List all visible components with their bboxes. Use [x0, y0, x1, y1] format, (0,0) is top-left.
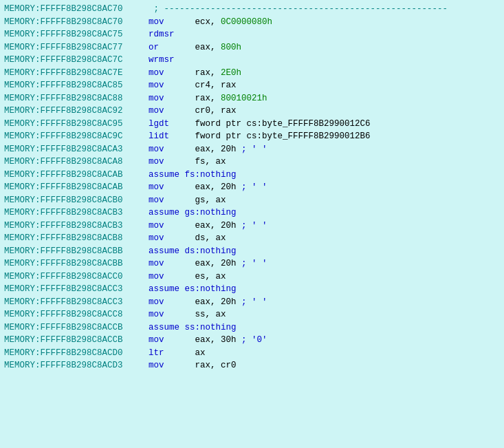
operand: fword ptr cs:byte_FFFFF8B2990012B6 [195, 130, 371, 143]
mnemonic: mov [149, 257, 195, 270]
operand: fs, ax [195, 156, 226, 169]
mnemonic: mov [149, 232, 195, 245]
code-line: MEMORY:FFFFF8B298C8ACC0mov es, ax [4, 270, 500, 284]
comment: ; ' ' [237, 257, 267, 270]
code-line: MEMORY:FFFFF8B298C8AC7Emov rax, 2E0h [4, 67, 500, 80]
address: MEMORY:FFFFF8B298C8AC77 [4, 41, 149, 54]
mnemonic: lgdt [149, 118, 195, 131]
mnemonic: mov [149, 67, 195, 80]
code-view: MEMORY:FFFFF8B298C8AC70 ; --------------… [0, 0, 504, 448]
mnemonic: or [149, 41, 195, 54]
code-line: MEMORY:FFFFF8B298C8ACB3mov eax, 20h ; ' … [4, 220, 500, 233]
address: MEMORY:FFFFF8B298C8AC95 [4, 118, 149, 131]
mnemonic: rdmsr [149, 28, 195, 41]
address: MEMORY:FFFFF8B298C8ACAB [4, 169, 149, 182]
address: MEMORY:FFFFF8B298C8AC75 [4, 28, 149, 41]
code-line: MEMORY:FFFFF8B298C8ACCBassume ss:nothing [4, 321, 500, 334]
code-line: MEMORY:FFFFF8B298C8ACA8mov fs, ax [4, 156, 500, 169]
code-line: MEMORY:FFFFF8B298C8AC9Clidt fword ptr cs… [4, 130, 500, 143]
address: MEMORY:FFFFF8B298C8ACD0 [4, 347, 149, 360]
assume-directive: assume ds:nothing [149, 245, 237, 258]
code-line: MEMORY:FFFFF8B298C8AC77or eax, 800h [4, 41, 500, 54]
operand: rax, [195, 92, 221, 105]
hex-value: 800h [221, 41, 241, 54]
code-line: MEMORY:FFFFF8B298C8ACB8mov ds, ax [4, 232, 500, 245]
code-line: MEMORY:FFFFF8B298C8ACABassume fs:nothing [4, 169, 500, 182]
mnemonic: mov [149, 334, 195, 347]
code-line: MEMORY:FFFFF8B298C8ACD3mov rax, cr0 [4, 359, 500, 372]
code-line: MEMORY:FFFFF8B298C8ACC3assume es:nothing [4, 283, 500, 296]
code-line: MEMORY:FFFFF8B298C8ACC3mov eax, 20h ; ' … [4, 296, 500, 309]
address: MEMORY:FFFFF8B298C8AC70 [4, 3, 149, 16]
address: MEMORY:FFFFF8B298C8AC9C [4, 130, 149, 143]
mnemonic: mov [149, 105, 195, 118]
code-line: MEMORY:FFFFF8B298C8ACCBmov eax, 30h ; '0… [4, 334, 500, 347]
operand: ds, ax [195, 232, 226, 245]
address: MEMORY:FFFFF8B298C8AC92 [4, 105, 149, 118]
code-line: MEMORY:FFFFF8B298C8AC7Cwrmsr [4, 54, 500, 67]
operand: eax, [195, 41, 221, 54]
comment: ; ' ' [237, 220, 267, 233]
address: MEMORY:FFFFF8B298C8ACB3 [4, 206, 149, 220]
operand: eax, 20h [195, 257, 237, 270]
operand: fword ptr cs:byte_FFFFF8B2990012C6 [195, 118, 371, 131]
address: MEMORY:FFFFF8B298C8ACD3 [4, 359, 149, 372]
address: MEMORY:FFFFF8B298C8ACA8 [4, 156, 149, 169]
address: MEMORY:FFFFF8B298C8AC7C [4, 54, 149, 67]
operand: eax, 30h [195, 334, 237, 347]
mnemonic: mov [149, 308, 195, 321]
address: MEMORY:FFFFF8B298C8ACCB [4, 321, 149, 334]
address: MEMORY:FFFFF8B298C8ACA3 [4, 143, 149, 156]
code-line: MEMORY:FFFFF8B298C8AC88mov rax, 80010021… [4, 92, 500, 105]
mnemonic: mov [149, 92, 195, 105]
assume-directive: assume ss:nothing [149, 321, 237, 334]
code-line: MEMORY:FFFFF8B298C8ACABmov eax, 20h ; ' … [4, 181, 500, 194]
mnemonic: ltr [149, 347, 195, 360]
operand: es, ax [195, 270, 226, 284]
mnemonic: mov [149, 79, 195, 92]
hex-value: 80010021h [221, 92, 267, 105]
address: MEMORY:FFFFF8B298C8AC7E [4, 67, 149, 80]
address: MEMORY:FFFFF8B298C8ACCB [4, 334, 149, 347]
address: MEMORY:FFFFF8B298C8ACB8 [4, 232, 149, 245]
operand: gs, ax [195, 194, 226, 207]
assume-directive: assume fs:nothing [149, 169, 237, 182]
operand: ss, ax [195, 308, 226, 321]
code-line: MEMORY:FFFFF8B298C8AC92mov cr0, rax [4, 105, 500, 118]
mnemonic: lidt [149, 130, 195, 143]
comment: ; ' ' [237, 181, 267, 194]
assume-directive: assume gs:nothing [149, 206, 237, 220]
address: MEMORY:FFFFF8B298C8ACB0 [4, 194, 149, 207]
address: MEMORY:FFFFF8B298C8ACBB [4, 245, 149, 258]
code-line: MEMORY:FFFFF8B298C8ACBBmov eax, 20h ; ' … [4, 257, 500, 270]
address: MEMORY:FFFFF8B298C8AC70 [4, 16, 149, 29]
mnemonic: mov [149, 16, 195, 29]
address: MEMORY:FFFFF8B298C8AC85 [4, 79, 149, 92]
comment: ; '0' [237, 334, 267, 347]
code-line: MEMORY:FFFFF8B298C8ACB0mov gs, ax [4, 194, 500, 207]
mnemonic: mov [149, 359, 195, 372]
operand: eax, 20h [195, 296, 237, 309]
mnemonic: mov [149, 194, 195, 207]
address: MEMORY:FFFFF8B298C8ACC3 [4, 283, 149, 296]
mnemonic: mov [149, 270, 195, 284]
mnemonic: mov [149, 156, 195, 169]
code-line: MEMORY:FFFFF8B298C8AC85mov cr4, rax [4, 79, 500, 92]
code-line: MEMORY:FFFFF8B298C8ACB3assume gs:nothing [4, 206, 500, 220]
code-line: MEMORY:FFFFF8B298C8ACA3mov eax, 20h ; ' … [4, 143, 500, 156]
comment: ; ' ' [237, 143, 267, 156]
operand: ax [195, 347, 206, 360]
code-line: MEMORY:FFFFF8B298C8AC95lgdt fword ptr cs… [4, 118, 500, 131]
hex-value: 2E0h [221, 67, 241, 80]
code-line: MEMORY:FFFFF8B298C8ACBBassume ds:nothing [4, 245, 500, 258]
code-line: MEMORY:FFFFF8B298C8AC70 ; --------------… [4, 3, 500, 16]
mnemonic: mov [149, 220, 195, 233]
mnemonic: wrmsr [149, 54, 195, 67]
assume-directive: assume es:nothing [149, 283, 237, 296]
mnemonic: mov [149, 143, 195, 156]
address: MEMORY:FFFFF8B298C8ACC8 [4, 308, 149, 321]
mnemonic: mov [149, 296, 195, 309]
address: MEMORY:FFFFF8B298C8AC88 [4, 92, 149, 105]
address: MEMORY:FFFFF8B298C8ACBB [4, 257, 149, 270]
operand: eax, 20h [195, 143, 237, 156]
